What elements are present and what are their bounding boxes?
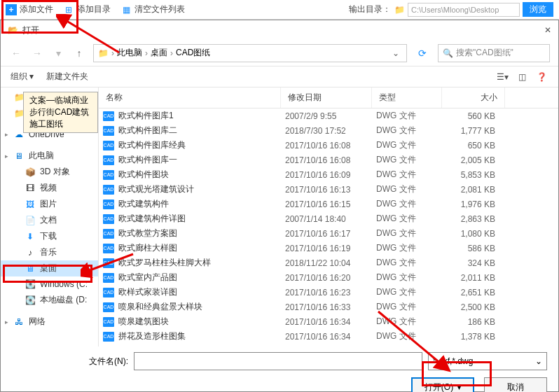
filename-input[interactable] <box>134 352 422 370</box>
sidebar-item-icon: 🖥 <box>13 150 25 162</box>
search-input[interactable]: 🔍 搜索"CAD图纸" <box>438 44 550 62</box>
col-type[interactable]: 类型 <box>372 88 442 108</box>
sidebar-item-label: 文档 <box>40 214 57 226</box>
col-date[interactable]: 修改日期 <box>281 88 372 108</box>
sidebar-item-label: 图片 <box>40 198 57 210</box>
help-icon[interactable]: ❓ <box>534 70 548 84</box>
add-folder-button[interactable]: ⊞ 添加目录 <box>63 4 111 15</box>
cad-file-icon: CAD <box>103 200 114 209</box>
close-icon[interactable]: ✕ <box>544 25 551 35</box>
file-date: 2017/10/16 16:34 <box>285 332 376 342</box>
cad-file-icon: CAD <box>103 332 114 342</box>
new-folder-button[interactable]: 新建文件夹 <box>46 71 88 83</box>
breadcrumb[interactable]: 📁 › 此电脑 › 桌面 › CAD图纸 ⌄ <box>93 44 407 62</box>
chevron-right-icon: › <box>145 48 148 58</box>
file-date: 2007/2/9 9:55 <box>285 111 376 121</box>
sidebar-item[interactable]: 🎞视频 <box>1 180 98 196</box>
cad-file-icon: CAD <box>103 229 114 239</box>
preview-pane-icon[interactable]: ◫ <box>515 70 529 84</box>
file-row[interactable]: CAD欧式构件图块2017/10/16 16:09DWG 文件5,853 KB <box>99 167 558 182</box>
back-arrow-icon[interactable]: ← <box>9 46 23 60</box>
file-row[interactable]: CAD喷泉和经典盆景大样块2017/10/16 16:33DWG 文件2,500… <box>99 300 558 314</box>
cancel-button[interactable]: 取消 <box>484 377 547 392</box>
sidebar-item-label: Windows (C: <box>40 279 88 289</box>
sidebar-item-icon: 📦 <box>25 167 36 178</box>
file-row[interactable]: CAD欧式观光塔建筑设计2017/10/16 16:13DWG 文件2,081 … <box>99 182 558 197</box>
cad-file-icon: CAD <box>103 111 114 121</box>
col-name[interactable]: 名称 <box>99 88 281 108</box>
file-row[interactable]: CAD喷泉建筑图块2017/10/16 16:34DWG 文件186 KB <box>99 314 558 329</box>
file-size: 2,651 KB <box>446 288 509 298</box>
organize-button[interactable]: 组织 ▾ <box>11 71 34 83</box>
cad-file-icon: CAD <box>103 185 114 195</box>
file-row[interactable]: CAD欧式室内产品图2017/10/16 16:20DWG 文件2,011 KB <box>99 270 558 285</box>
sidebar-item-icon: 🖥 <box>25 263 36 274</box>
file-name: 欧式室内产品图 <box>118 272 177 284</box>
file-size: 586 KB <box>446 244 509 253</box>
file-type: DWG 文件 <box>376 169 446 181</box>
sidebar-item-icon: 🎞 <box>25 183 36 194</box>
file-row[interactable]: CAD拼花及造形柱图集2017/10/16 16:34DWG 文件1,378 K… <box>99 329 558 344</box>
breadcrumb-item[interactable]: 此电脑 <box>117 47 142 59</box>
output-label: 输出目录： <box>349 4 391 15</box>
file-name: 喷泉和经典盆景大样块 <box>118 301 202 313</box>
file-type: DWG 文件 <box>376 272 446 284</box>
file-row[interactable]: CAD欧式构件图库12007/2/9 9:55DWG 文件560 KB <box>99 108 558 123</box>
file-type: DWG 文件 <box>376 213 446 225</box>
sidebar-item-icon: ♪ <box>25 247 36 258</box>
sidebar-item[interactable]: 🖥桌面 <box>1 260 98 276</box>
sidebar-item[interactable]: 💽Windows (C: <box>1 276 98 292</box>
sidebar-item[interactable]: 💽本地磁盘 (D: <box>1 292 98 308</box>
sidebar-item-icon: 💽 <box>25 279 36 290</box>
col-size[interactable]: 大小 <box>442 88 505 108</box>
chevron-down-icon[interactable]: ⌄ <box>389 48 402 58</box>
cad-file-icon: CAD <box>103 126 114 136</box>
file-name: 欧式构件图库一 <box>118 154 177 166</box>
file-row[interactable]: CAD欧式教堂方案图2017/10/16 16:17DWG 文件1,080 KB <box>99 226 558 241</box>
file-name: 欧式建筑构件详图 <box>118 213 186 225</box>
open-file-dialog: 📂 打开 ✕ ← → ▾ ↑ 📁 › 此电脑 › 桌面 › CAD图纸 ⌄ ⟳ … <box>0 20 559 392</box>
file-size: 1,080 KB <box>446 229 509 239</box>
file-type: DWG 文件 <box>376 257 446 269</box>
sidebar-item[interactable]: 🖧网络 <box>1 314 98 330</box>
browse-button[interactable]: 浏览 <box>523 2 553 17</box>
file-size: 2,011 KB <box>446 273 509 283</box>
sidebar-item[interactable]: ♪音乐 <box>1 244 98 260</box>
sidebar-item[interactable]: 🖥此电脑 <box>1 148 98 164</box>
cad-file-icon: CAD <box>103 273 114 283</box>
sidebar-item-icon: 🖼 <box>25 199 36 210</box>
file-row[interactable]: CAD欧式构件图库一2017/10/16 16:08DWG 文件2,005 KB <box>99 153 558 167</box>
file-date: 2017/10/16 16:20 <box>285 273 376 283</box>
refresh-icon[interactable]: ⟳ <box>414 48 431 59</box>
file-row[interactable]: CAD欧式廊柱大样图2017/10/16 16:19DWG 文件586 KB <box>99 241 558 255</box>
view-mode-icon[interactable]: ☰▾ <box>495 70 509 84</box>
add-file-button[interactable]: + 添加文件 <box>6 4 53 15</box>
file-name: 欧式构件图块 <box>118 169 169 181</box>
add-folder-label: 添加目录 <box>77 4 111 15</box>
forward-arrow-icon[interactable]: → <box>30 46 44 60</box>
sidebar-item[interactable]: 📦3D 对象 <box>1 164 98 180</box>
cad-file-icon: CAD <box>103 258 114 268</box>
clear-list-button[interactable]: ▦ 清空文件列表 <box>120 4 185 15</box>
breadcrumb-item[interactable]: CAD图纸 <box>176 47 210 59</box>
file-size: 2,005 KB <box>446 155 509 165</box>
sidebar-item[interactable]: 📄文档 <box>1 212 98 228</box>
file-type-filter[interactable]: *.dxf,*.dwg ⌄ <box>428 352 547 370</box>
file-type: DWG 文件 <box>376 242 446 254</box>
sidebar-item[interactable]: ⬇下载 <box>1 228 98 244</box>
open-button[interactable]: 打开(O)▾ <box>411 377 474 392</box>
file-name: 欧式构件图库1 <box>118 110 174 122</box>
output-path-input[interactable] <box>408 3 520 17</box>
sidebar-item[interactable]: 🖼图片 <box>1 196 98 212</box>
file-row[interactable]: CAD欧式构件图库二2018/7/30 17:52DWG 文件1,777 KB <box>99 123 558 138</box>
up-arrow-icon[interactable]: ↑ <box>72 46 86 60</box>
file-row[interactable]: CAD欧式构件图库经典2017/10/16 16:08DWG 文件650 KB <box>99 138 558 153</box>
file-row[interactable]: CAD欧式建筑构件详图2007/1/14 18:40DWG 文件2,863 KB <box>99 211 558 226</box>
file-row[interactable]: CAD欧样式家装详图2017/10/16 16:23DWG 文件2,651 KB <box>99 285 558 300</box>
tooltip: 文案—临城商业步行街CAD建筑施工图纸 <box>23 92 98 133</box>
file-row[interactable]: CAD欧式建筑构件2017/10/16 16:15DWG 文件1,976 KB <box>99 197 558 211</box>
breadcrumb-item[interactable]: 桌面 <box>151 47 167 59</box>
file-name: 欧式罗马柱柱头柱脚大样 <box>118 257 211 269</box>
file-row[interactable]: CAD欧式罗马柱柱头柱脚大样2018/11/22 10:04DWG 文件324 … <box>99 255 558 270</box>
dropdown-arrow-icon[interactable]: ▾ <box>51 46 65 60</box>
